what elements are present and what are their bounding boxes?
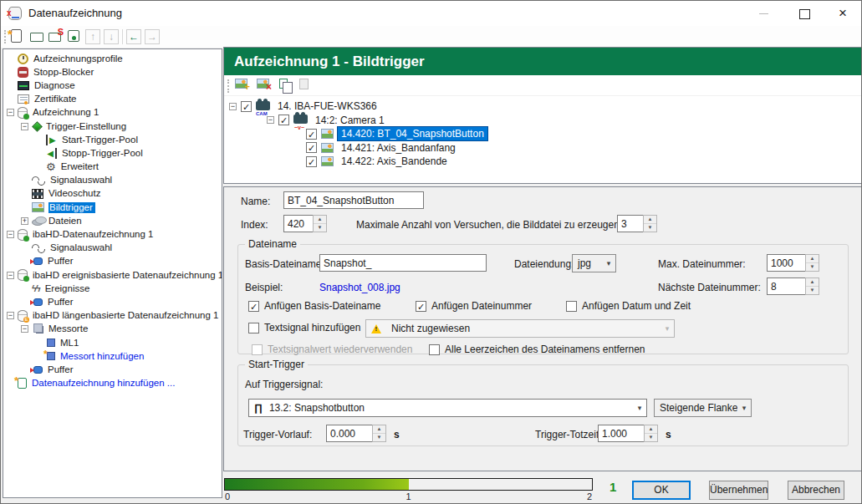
trigger-signal-select[interactable]: ∏13.2: Snapshotbutton▾ bbox=[248, 399, 647, 417]
name-label: Name: bbox=[241, 196, 270, 207]
window-title: Datenaufzeichnung bbox=[28, 7, 122, 19]
expander-icon[interactable]: − bbox=[7, 109, 14, 116]
events-icon: ϟϟ bbox=[32, 283, 40, 293]
tree-item-ml1[interactable]: ML1 bbox=[3, 336, 222, 349]
expander-icon[interactable]: − bbox=[229, 103, 237, 110]
tree-row-bandanfang[interactable]: ✓14.421: Axis_Bandanfang bbox=[224, 141, 861, 155]
new-config-icon[interactable] bbox=[11, 29, 22, 43]
cancel-button[interactable]: Abbrechen bbox=[788, 481, 844, 500]
spin-down-icon[interactable]: ▼ bbox=[806, 263, 819, 271]
expander-icon[interactable]: − bbox=[267, 116, 274, 124]
spin-up-icon[interactable]: ▲ bbox=[644, 216, 656, 224]
tree-item-stopp-blocker[interactable]: Stopp-Blocker bbox=[3, 65, 222, 79]
image-icon bbox=[321, 156, 334, 166]
checkbox-checked[interactable]: ✓ bbox=[241, 101, 252, 112]
tree-item-stopp-trigger-pool[interactable]: ◀Stopp-Trigger-Pool bbox=[3, 146, 222, 160]
deadtime-stepper[interactable]: 1.000▲▼ bbox=[598, 425, 658, 442]
spin-down-icon[interactable]: ▼ bbox=[373, 434, 385, 441]
checkbox-checked[interactable]: ✓ bbox=[306, 142, 317, 153]
spin-up-icon[interactable]: ▲ bbox=[645, 425, 657, 434]
maximize-button[interactable] bbox=[791, 4, 818, 23]
checkbox-checked[interactable]: ✓ bbox=[306, 129, 317, 140]
spin-up-icon[interactable]: ▲ bbox=[806, 255, 819, 263]
tree-item-trigger-einstellung[interactable]: −Trigger-Einstellung bbox=[3, 120, 222, 133]
name-input[interactable]: BT_04_SnapshotButton bbox=[283, 191, 424, 209]
tree-item-hd-puffer[interactable]: Puffer bbox=[3, 255, 222, 268]
spin-down-icon[interactable]: ▼ bbox=[645, 434, 657, 441]
checkbox-checked[interactable]: ✓ bbox=[306, 156, 317, 167]
tree-item-event-puffer[interactable]: Puffer bbox=[3, 295, 222, 308]
apply-button[interactable]: Übernehmen bbox=[709, 481, 768, 500]
copy-icon[interactable] bbox=[279, 79, 288, 89]
expander-icon[interactable]: − bbox=[7, 231, 14, 238]
forward-icon[interactable]: → bbox=[145, 29, 160, 44]
tree-row-snapshotbutton[interactable]: ✓14.420: BT_04_SnapshotButton bbox=[224, 127, 861, 141]
extension-select[interactable]: jpg▾ bbox=[572, 254, 616, 272]
tree-item-dateien[interactable]: +Dateien bbox=[3, 214, 222, 227]
expander-icon[interactable]: − bbox=[7, 312, 14, 319]
tree-item-messort-hinzufuegen[interactable]: Messort hinzufügen bbox=[3, 349, 222, 363]
delete-image-trigger-icon[interactable] bbox=[257, 79, 269, 89]
paste-icon[interactable] bbox=[299, 79, 309, 89]
tree-item-ereignisse[interactable]: ϟϟEreignisse bbox=[3, 282, 222, 295]
move-down-icon[interactable]: ↓ bbox=[104, 29, 119, 44]
tree-item-ibahd-laengenbasiert[interactable]: −EibaHD längenbasierte Datenaufzeichnung… bbox=[3, 309, 222, 323]
append-base-checkbox[interactable]: ✓Anfügen Basis-Dateiname bbox=[248, 300, 380, 312]
chevron-down-icon: ▾ bbox=[661, 324, 674, 333]
remove-spaces-checkbox[interactable]: Alle Leerzeichen des Dateinamens entfern… bbox=[429, 344, 645, 355]
index-stepper[interactable]: 420▲▼ bbox=[283, 215, 327, 232]
base-filename-input[interactable]: Snapshot_ bbox=[319, 254, 487, 272]
tree-item-length-puffer[interactable]: Puffer bbox=[3, 363, 222, 376]
next-filenumber-stepper[interactable]: 8▲▼ bbox=[767, 277, 819, 295]
move-up-icon[interactable]: ↑ bbox=[85, 29, 100, 44]
expander-icon[interactable]: − bbox=[7, 272, 14, 279]
example-label: Beispiel: bbox=[245, 282, 283, 293]
open-icon[interactable] bbox=[30, 33, 43, 42]
expander-icon[interactable]: + bbox=[21, 217, 28, 225]
add-image-trigger-icon[interactable] bbox=[235, 79, 247, 89]
tree-item-aufzeichnungsprofile[interactable]: Aufzeichnungsprofile bbox=[3, 52, 222, 65]
measure-locations-icon bbox=[36, 326, 43, 333]
tree-row-device[interactable]: −✓14. IBA-FUE-WKS366 bbox=[224, 99, 861, 114]
spin-down-icon[interactable]: ▼ bbox=[644, 224, 656, 232]
camera-icon bbox=[293, 115, 308, 124]
tree-item-videoschutz[interactable]: Videoschutz bbox=[3, 187, 222, 201]
tree-item-hd-signalauswahl[interactable]: Signalauswahl bbox=[3, 242, 222, 255]
add-textsignal-checkbox[interactable]: Textsignal hinzufügen bbox=[248, 322, 360, 333]
tree-item-bildtrigger[interactable]: Bildtrigger bbox=[3, 201, 222, 214]
expander-icon[interactable]: − bbox=[21, 123, 28, 130]
tree-item-ibahd-datenaufzeichnung[interactable]: −ibaHD-Datenaufzeichnung 1 bbox=[3, 227, 222, 241]
chevron-down-icon: ▾ bbox=[737, 404, 751, 412]
expander-icon[interactable]: − bbox=[21, 325, 28, 333]
tree-item-messorte[interactable]: −Messorte bbox=[3, 323, 222, 336]
append-number-checkbox[interactable]: ✓Anfügen Dateinummer bbox=[416, 300, 532, 312]
pretrigger-stepper[interactable]: 0.000▲▼ bbox=[326, 425, 386, 442]
tree-item-erweitert[interactable]: ⚙Erweitert bbox=[3, 160, 222, 174]
checkbox-checked[interactable]: ✓ bbox=[278, 115, 289, 125]
digital-signal-icon: ∏ bbox=[254, 402, 263, 414]
tree-item-start-trigger-pool[interactable]: ▶Start-Trigger-Pool bbox=[3, 133, 222, 146]
open-solution-icon[interactable] bbox=[48, 33, 61, 42]
tree-item-diagnose[interactable]: Diagnose bbox=[3, 79, 222, 92]
tree-item-aufzeichnung-1[interactable]: −Aufzeichnung 1 bbox=[3, 106, 222, 120]
close-button[interactable]: × bbox=[829, 4, 856, 23]
tree-row-camera[interactable]: −✓14:2: Camera 1 bbox=[224, 114, 861, 128]
max-attempts-stepper[interactable]: 3▲▼ bbox=[617, 215, 657, 232]
tree-item-zertifikate[interactable]: Zertifikate bbox=[3, 93, 222, 106]
back-icon[interactable]: ← bbox=[126, 29, 141, 44]
append-datetime-checkbox[interactable]: Anfügen Datum und Zeit bbox=[566, 300, 691, 312]
spin-up-icon[interactable]: ▲ bbox=[314, 216, 326, 224]
tree-item-ibahd-ereignisbasiert[interactable]: −ibaHD ereignisbasierte Datenaufzeichnun… bbox=[3, 268, 222, 282]
minimize-button[interactable] bbox=[750, 4, 777, 23]
tree-row-bandende[interactable]: ✓14.422: Axis_Bandende bbox=[224, 155, 861, 169]
spin-up-icon[interactable]: ▲ bbox=[806, 278, 819, 287]
tree-item-signalauswahl[interactable]: Signalauswahl bbox=[3, 174, 222, 187]
tree-item-datenaufzeichnung-hinzufuegen[interactable]: Datenaufzeichnung hinzufügen ... bbox=[3, 377, 222, 390]
ok-button[interactable]: OK bbox=[632, 481, 691, 500]
save-icon[interactable] bbox=[68, 30, 79, 42]
trigger-edge-select[interactable]: Steigende Flanke▾ bbox=[654, 399, 752, 417]
spin-down-icon[interactable]: ▼ bbox=[806, 287, 819, 294]
spin-down-icon[interactable]: ▼ bbox=[314, 224, 326, 232]
max-filenumber-stepper[interactable]: 1000▲▼ bbox=[767, 254, 819, 272]
spin-up-icon[interactable]: ▲ bbox=[373, 425, 385, 434]
